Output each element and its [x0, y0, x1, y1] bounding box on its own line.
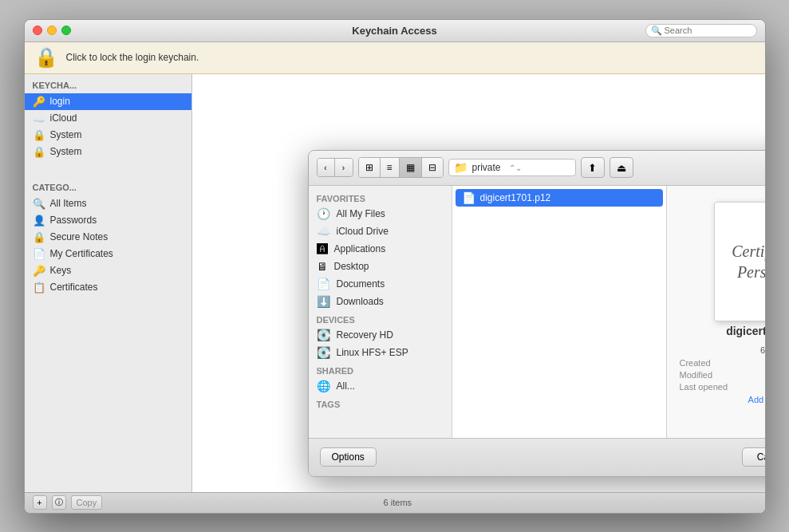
- file-item-name: digicert1701.p12: [480, 192, 551, 203]
- keychain-item-system1[interactable]: 🔒 System: [25, 127, 191, 144]
- forward-button[interactable]: ›: [335, 159, 353, 176]
- view-gallery-icon: ⊟: [428, 162, 436, 173]
- dialog-sidebar: Favorites 🕐 All My Files ☁️ iCloud Drive…: [309, 186, 452, 438]
- ds-all-shared[interactable]: 🌐 All...: [309, 377, 452, 395]
- keychain-item-system2[interactable]: 🔒 System: [25, 144, 191, 160]
- keychain-item-login[interactable]: 🔑 login: [25, 93, 191, 110]
- lock-bar[interactable]: 🔒 Click to lock the login keychain.: [25, 42, 765, 74]
- keys-icon: 🔑: [33, 265, 45, 277]
- downloads-icon: ⬇️: [317, 295, 330, 308]
- passwords-icon: 👤: [33, 215, 45, 227]
- all-items-label: All Items: [50, 198, 87, 209]
- desktop-icon: 🖥: [317, 260, 328, 273]
- copy-button[interactable]: Copy: [71, 495, 103, 510]
- dialog-footer: Options Cancel Open: [309, 438, 765, 476]
- category-passwords[interactable]: 👤 Passwords: [25, 212, 191, 229]
- eject-icon: ⏏: [617, 162, 626, 174]
- ds-icloud-drive[interactable]: ☁️ iCloud Drive: [309, 223, 452, 240]
- created-label: Created: [680, 358, 711, 368]
- lock-icon: 🔒: [34, 46, 58, 69]
- ds-documents[interactable]: 📄 Documents: [309, 275, 452, 293]
- keychain-item-system2-label: System: [50, 146, 82, 157]
- view-list-button[interactable]: ≡: [381, 158, 400, 177]
- icloud-drive-label: iCloud Drive: [337, 226, 389, 237]
- recovery-hd-label: Recovery HD: [337, 329, 393, 341]
- category-my-certs[interactable]: 📄 My Certificates: [25, 246, 191, 262]
- last-opened-row: Last opened Today, 13:41: [680, 382, 765, 392]
- certificates-icon: 📋: [33, 282, 45, 294]
- dialog-preview: Certificate Personal 🏅 digicert1701.p12 …: [666, 186, 765, 438]
- ds-applications[interactable]: 🅰 Applications: [309, 240, 452, 258]
- passwords-label: Passwords: [50, 215, 97, 226]
- keychain-item-icloud[interactable]: ☁️ iCloud: [25, 110, 191, 127]
- options-button[interactable]: Options: [320, 447, 377, 467]
- view-group: ⊞ ≡ ▦ ⊟: [358, 157, 444, 178]
- ds-downloads[interactable]: ⬇️ Downloads: [309, 293, 452, 310]
- keychain-item-login-label: login: [50, 96, 70, 107]
- view-icon-button[interactable]: ⊞: [359, 158, 381, 177]
- category-secure-notes[interactable]: 🔒 Secure Notes: [25, 229, 191, 246]
- items-count: 6 items: [384, 498, 412, 507]
- info-button[interactable]: ⓘ: [52, 495, 66, 510]
- cancel-button[interactable]: Cancel: [742, 447, 765, 467]
- view-icon-icon: ⊞: [365, 162, 373, 173]
- add-icon: +: [37, 499, 42, 507]
- ds-desktop[interactable]: 🖥 Desktop: [309, 258, 452, 275]
- shared-all-label: All...: [337, 380, 355, 392]
- add-item-button[interactable]: +: [33, 495, 47, 510]
- view-column-button[interactable]: ▦: [400, 158, 422, 177]
- preview-filename: digicert1701.p12: [726, 325, 764, 337]
- category-all-items[interactable]: 🔍 All Items: [25, 195, 191, 212]
- keychain-item-icloud-label: iCloud: [50, 112, 77, 124]
- ds-recovery-hd[interactable]: 💽 Recovery HD: [309, 326, 452, 344]
- folder-icon: 📁: [454, 161, 467, 174]
- maximize-button[interactable]: [61, 26, 71, 35]
- main-content: Keycha... 🔑 login ☁️ iCloud 🔒 System 🔒 S…: [25, 74, 765, 492]
- linux-hfs-label: Linux HFS+ ESP: [337, 347, 408, 358]
- certificates-label: Certificates: [50, 282, 98, 293]
- location-bar[interactable]: 📁 private ⌃⌄: [448, 159, 576, 176]
- file-item-digicert[interactable]: 📄 digicert1701.p12: [456, 189, 663, 207]
- add-tags-link[interactable]: Add Tags...: [748, 395, 765, 404]
- category-certificates[interactable]: 📋 Certificates: [25, 279, 191, 296]
- p12-file-icon: 📄: [462, 191, 475, 204]
- secure-notes-label: Secure Notes: [50, 231, 108, 242]
- modified-label: Modified: [680, 370, 713, 380]
- title-search-bar[interactable]: 🔍: [645, 24, 757, 37]
- file-size: 6 KB: [680, 345, 765, 355]
- my-certs-label: My Certificates: [50, 248, 113, 259]
- downloads-label: Downloads: [337, 296, 384, 307]
- search-icon: 🔍: [651, 26, 662, 36]
- back-icon: ‹: [324, 164, 326, 172]
- tags-label: Tags: [309, 395, 452, 411]
- main-area: ‹ › ⊞ ≡ ▦: [192, 74, 765, 492]
- chevron-down-icon: ⌃⌄: [509, 164, 522, 172]
- eject-button[interactable]: ⏏: [610, 157, 633, 178]
- icloud-keychain-icon: ☁️: [33, 112, 45, 124]
- share-button[interactable]: ⬆: [581, 157, 605, 178]
- cert-fancy-text: Certificate Personal: [732, 241, 764, 282]
- minimize-button[interactable]: [47, 26, 57, 35]
- modified-row: Modified Today, 13:41: [680, 370, 765, 380]
- close-button[interactable]: [33, 26, 42, 35]
- category-keys[interactable]: 🔑 Keys: [25, 262, 191, 279]
- bottom-bar: + ⓘ Copy 6 items: [25, 492, 765, 513]
- title-search-input[interactable]: [665, 26, 752, 35]
- certificate-thumbnail: Certificate Personal 🏅: [714, 202, 765, 321]
- all-my-files-label: All My Files: [337, 208, 385, 219]
- view-gallery-button[interactable]: ⊟: [422, 158, 443, 177]
- ds-all-my-files[interactable]: 🕐 All My Files: [309, 205, 452, 223]
- system2-keychain-icon: 🔒: [33, 146, 45, 158]
- file-list: 📄 digicert1701.p12: [452, 186, 666, 438]
- back-button[interactable]: ‹: [318, 159, 335, 176]
- keys-label: Keys: [50, 265, 72, 276]
- linux-hfs-icon: 💽: [317, 346, 330, 359]
- applications-label: Applications: [334, 243, 386, 254]
- favorites-label: Favorites: [309, 189, 452, 205]
- devices-label: Devices: [309, 310, 452, 326]
- nav-group: ‹ ›: [317, 158, 353, 177]
- ds-linux-hfs[interactable]: 💽 Linux HFS+ ESP: [309, 344, 452, 361]
- file-dialog: ‹ › ⊞ ≡ ▦: [308, 150, 765, 477]
- bottom-bar-left: + ⓘ Copy: [33, 495, 103, 510]
- created-row: Created Today, 13:41: [680, 358, 765, 368]
